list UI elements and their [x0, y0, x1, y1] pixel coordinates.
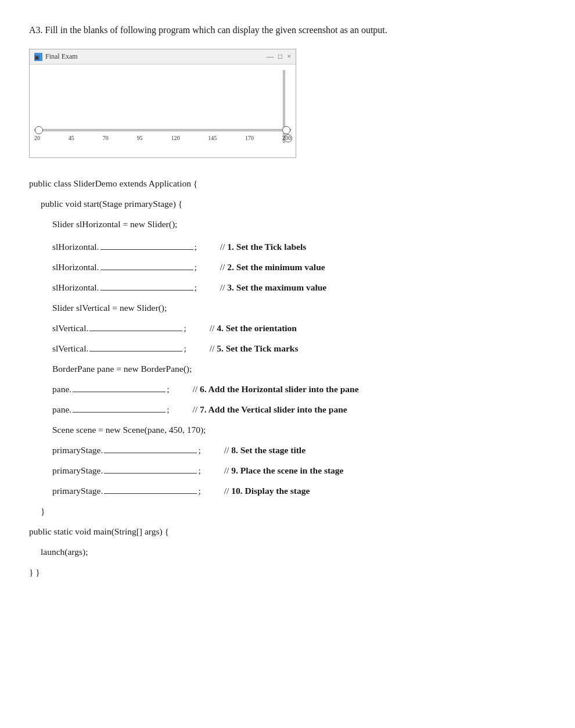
- comment-3: // 3. Set the maximum value: [220, 278, 326, 296]
- slider-h-new: Slider slHorizontal = new Slider();: [52, 219, 177, 229]
- comment-2: // 2. Set the minimum value: [220, 258, 325, 276]
- closing-brace-method: }: [41, 506, 45, 516]
- question-header: A3. Fill in the blanks of following prog…: [29, 23, 546, 37]
- window-mockup: ▣ Final Exam — □ × 20 45 70 95: [29, 49, 296, 158]
- code-ps-8-prefix: primaryStage.: [52, 441, 103, 459]
- window-title: Final Exam: [45, 51, 78, 62]
- slider-thumb-left: [35, 126, 43, 134]
- code-slv-5-semi: ;: [184, 339, 186, 357]
- slider-v-new: Slider slVertical = new Slider();: [52, 303, 167, 313]
- label-200: 200: [282, 134, 291, 143]
- blank-9[interactable]: [104, 473, 197, 474]
- code-ps-8-semi: ;: [198, 441, 200, 459]
- code-slh-2-prefix: slHorizontal.: [52, 258, 99, 276]
- code-block: public class SliderDemo extends Applicat…: [29, 174, 546, 581]
- closing-braces: } }: [29, 567, 40, 577]
- code-pane-6-semi: ;: [167, 380, 169, 398]
- close-icon[interactable]: ×: [287, 51, 291, 62]
- label-45: 45: [69, 134, 74, 143]
- code-slh-1-prefix: slHorizontal.: [52, 238, 99, 256]
- window-body: 20 45 70 95 120 145 170 200: [30, 64, 296, 157]
- code-ps-9-semi: ;: [198, 461, 200, 479]
- maximize-icon[interactable]: □: [278, 51, 282, 62]
- comment-1: // 1. Set the Tick labels: [220, 238, 306, 256]
- label-120: 120: [171, 134, 179, 143]
- minimize-icon[interactable]: —: [267, 51, 274, 62]
- code-slh-1-semi: ;: [195, 238, 197, 256]
- slider-thumb-right: [282, 126, 290, 134]
- comment-10: // 10. Display the stage: [224, 482, 310, 500]
- blank-6[interactable]: [73, 392, 166, 392]
- comment-8: // 8. Set the stage title: [224, 441, 306, 459]
- slider-track: [34, 129, 291, 131]
- blank-4[interactable]: [89, 331, 182, 331]
- code-slv-4-semi: ;: [184, 319, 186, 337]
- code-ps-10-semi: ;: [198, 482, 200, 500]
- blank-3[interactable]: [100, 290, 193, 291]
- scene-new: Scene scene = new Scene(pane, 450, 170);: [52, 425, 206, 435]
- label-95: 95: [137, 134, 143, 143]
- code-pane-7-prefix: pane.: [52, 400, 71, 418]
- label-20: 20: [34, 134, 40, 143]
- comment-5: // 5. Set the Tick marks: [210, 339, 299, 357]
- blank-8[interactable]: [104, 453, 197, 453]
- code-slh-2-semi: ;: [195, 258, 197, 276]
- code-slh-3-prefix: slHorizontal.: [52, 278, 99, 296]
- code-pane-7-semi: ;: [167, 400, 169, 418]
- comment-9: // 9. Place the scene in the stage: [224, 461, 344, 479]
- code-ps-9-prefix: primaryStage.: [52, 461, 103, 479]
- class-declaration: public class SliderDemo extends Applicat…: [29, 178, 197, 188]
- comment-6: // 6. Add the Horizontal slider into the…: [192, 380, 358, 398]
- code-slv-5-prefix: slVertical.: [52, 339, 88, 357]
- blank-10[interactable]: [104, 493, 197, 494]
- label-145: 145: [208, 134, 217, 143]
- blank-5[interactable]: [89, 351, 182, 352]
- borderpane-new: BorderPane pane = new BorderPane();: [52, 364, 192, 374]
- blank-7[interactable]: [73, 412, 166, 413]
- blank-1[interactable]: [100, 249, 193, 250]
- launch-call: launch(args);: [41, 547, 88, 557]
- code-ps-10-prefix: primaryStage.: [52, 482, 103, 500]
- comment-4: // 4. Set the orientation: [210, 319, 297, 337]
- horizontal-slider-area: 20 45 70 95 120 145 170 200: [34, 129, 291, 143]
- window-titlebar: ▣ Final Exam — □ ×: [30, 49, 296, 64]
- window-app-icon: ▣: [34, 53, 42, 61]
- label-70: 70: [103, 134, 109, 143]
- slider-labels: 20 45 70 95 120 145 170 200: [34, 134, 291, 143]
- code-pane-6-prefix: pane.: [52, 380, 71, 398]
- method-declaration: public void start(Stage primaryStage) {: [41, 199, 182, 209]
- window-controls: — □ ×: [267, 51, 291, 62]
- comment-7: // 7. Add the Vertical slider into the p…: [192, 400, 347, 418]
- code-slv-4-prefix: slVertical.: [52, 319, 88, 337]
- blank-2[interactable]: [100, 270, 193, 270]
- main-method-declaration: public static void main(String[] args) {: [29, 526, 169, 536]
- code-slh-3-semi: ;: [195, 278, 197, 296]
- label-170: 170: [245, 134, 254, 143]
